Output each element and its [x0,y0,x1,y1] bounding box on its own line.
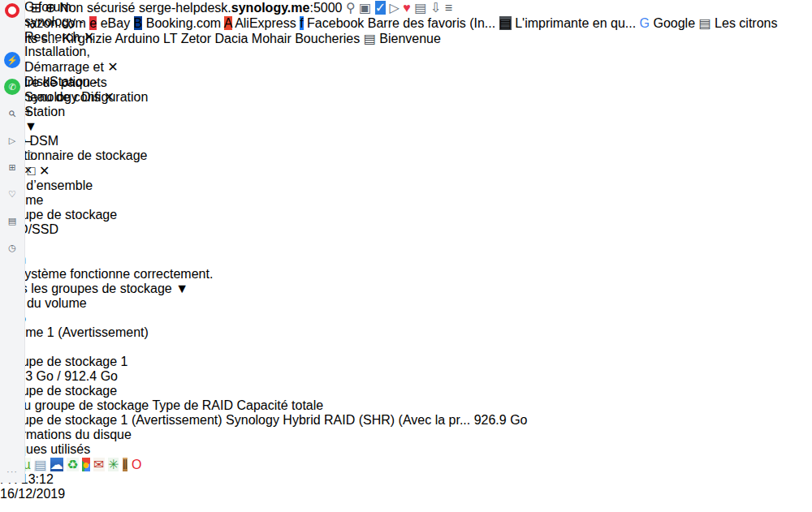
opera-sidebar: ⚡ ✆ ⚲ ▷ ⊞ ♡ ▤ ◷ ··· [0,0,25,483]
bookmark-item[interactable]: Mohair [252,32,295,45]
opera-menu-button[interactable] [5,3,19,18]
tab-favicon: G [24,0,34,14]
new-tab-button[interactable]: + [24,105,812,119]
health-description: Le système fonctionne correctement. [0,267,812,282]
table-row[interactable]: Groupe de stockage 1 (Avertissement) Syn… [0,413,812,428]
taskbar-app[interactable]: ✉ [93,458,108,471]
bookmark-item[interactable]: Dacia [214,32,251,45]
storage-group-selector[interactable]: Tous les groupes de stockage ▼ [0,282,812,296]
dsm-taskbar: ··· [0,61,812,75]
bookmark-item[interactable]: Boucheries [295,32,364,45]
taskbar-app-icon: ♻ [67,458,78,471]
taskbar-app[interactable]: ✳ [108,458,123,471]
sidebar-more-icon[interactable]: ··· [0,467,24,476]
taskbar-app[interactable]: ‖ [123,458,132,471]
bookmark-item[interactable]: Zetor [181,32,215,45]
browser-tab-bar: G forum synology - Recherch ✕ Installati… [24,0,812,22]
sidebar-icon[interactable]: ◷ [4,239,20,256]
windows-taskbar: S e µ ▤ [0,457,812,501]
bookmark-item[interactable]: Arduino [114,32,163,45]
taskbar-app-icon: ✳ [108,458,119,471]
sidebar-item[interactable]: HDD/SSD [0,222,812,237]
taskbar-app-icon: ● [82,458,90,471]
bookmark-item[interactable]: ▤ Bienvenue [364,32,441,45]
notifications-icon[interactable]: ··· [0,61,812,75]
bookmark-item[interactable]: LT [163,32,181,45]
desktop-icon-control-panel[interactable]: Panneau de configuration [0,90,812,105]
volume-warning-status: Avertissement [62,325,144,339]
volume-usage: 240.3 Go / 912.4 Go [0,369,812,384]
storage-sidebar: Vue d’ensemble Volume Groupe de stockage… [0,179,812,237]
column-header[interactable]: Type de RAID [152,398,233,412]
desktop-icon-package-center[interactable]: Centre de paquets [0,75,812,90]
health-card: ✓ Sain Le système fonctionne correctemen… [0,237,812,282]
sidebar-item[interactable]: Vue d’ensemble [0,179,812,193]
taskbar-app-icon: ‖ [123,458,128,471]
window-minimize-button[interactable]: – [24,134,812,148]
volume-group-label: Groupe de stockage 1 [0,355,812,369]
taskbar-app-icon: ✉ [93,458,104,471]
storage-content: ✓ Sain Le système fonctionne correctemen… [0,237,812,457]
sidebar-icon[interactable]: ✆ [4,79,20,95]
taskbar-app-icon: ▤ [34,458,46,471]
system-tray: FR [0,472,812,501]
screen: ⚡ ✆ ⚲ ▷ ⊞ ♡ ▤ ◷ ··· G forum synology - R… [0,0,812,512]
chevron-down-icon: ▼ [175,282,188,295]
sidebar-icon[interactable]: ▤ [4,213,20,229]
volume-name: Volume 1 (Avertissement) [0,325,812,340]
volume-dash: - [0,340,812,355]
table-header-row: ID du groupe de stockage Type de RAID Ca… [0,398,812,413]
tab-used-disks[interactable]: Disques utilisés [0,442,812,457]
taskbar-app[interactable]: ☁ [50,458,67,471]
tab-close-icon[interactable]: ✕ [104,90,114,104]
window-close-button[interactable]: × [24,163,812,178]
sidebar-icon[interactable]: ▷ [4,132,20,148]
taskbar-app[interactable]: O [132,458,141,471]
sidebar-icon[interactable]: ⚡ [4,52,20,68]
browser-tab[interactable]: Installation, Démarrage et ✕ [24,45,119,75]
taskbar-app[interactable]: ● [82,458,93,471]
section-storage-group: Groupe de stockage [0,384,812,398]
volume-usage-donut: 26% [0,311,812,325]
section-disk-info: Informations du disque [0,428,812,442]
browser-tab-active[interactable]: DiskStation - Synology Dis ✕ [24,75,122,105]
taskbar-app-icon: ☁ [50,458,63,471]
tab-close-icon[interactable]: ✕ [107,60,118,74]
tab-close-icon[interactable]: ✕ [84,30,94,44]
browser-tab[interactable]: G forum synology - Recherch ✕ [24,0,110,45]
column-header[interactable]: Capacité totale [236,398,323,412]
health-check-icon: ✓ [0,237,812,252]
health-status: Sain [0,252,812,267]
bookmark-icon: ▤ [364,32,376,45]
sidebar-item[interactable]: Volume [0,193,812,208]
taskbar-app[interactable]: ▤ [34,458,50,471]
window-maximize-button[interactable]: □ [24,148,812,163]
storage-manager-window: Gestionnaire de stockage ? — □ ✕ Vue d’e… [0,148,812,457]
section-volume-status: État du volume [0,296,812,311]
sidebar-item[interactable]: Groupe de stockage [0,208,812,222]
sidebar-icon[interactable]: ♡ [4,186,20,202]
taskbar-app-icon: O [132,458,141,471]
sidebar-icon[interactable]: ⊞ [4,159,20,175]
tab-dropdown-icon[interactable]: ▼ [24,119,812,134]
sidebar-icon[interactable]: ⚲ [1,102,24,125]
storage-group-table: ID du groupe de stockage Type de RAID Ca… [0,398,812,428]
taskbar-app[interactable]: ♻ [67,458,82,471]
